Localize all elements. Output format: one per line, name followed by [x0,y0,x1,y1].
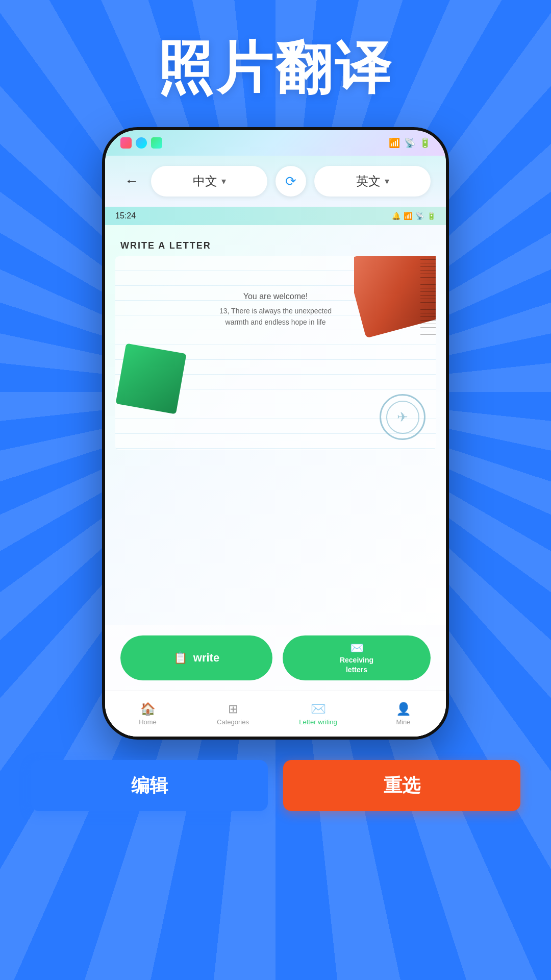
phone-mockup: 📶 📡 🔋 ← 中文 ▾ ⟳ 英文 ▾ 15:24 [102,127,449,740]
bottom-nav: 🏠 Home ⊞ Categories ✉️ Letter writing 👤 … [105,691,446,737]
deco-green-shape [115,343,186,414]
nav-item-categories[interactable]: ⊞ Categories [190,691,276,737]
inner-time: 15:24 [115,211,136,220]
letter-body: 13, There is always the unexpected warmt… [209,305,342,328]
nav-mine-label: Mine [396,718,410,726]
letter-writing-icon: ✉️ [311,702,326,716]
reselect-button[interactable]: 重选 [283,760,520,811]
source-lang-chevron-icon: ▾ [221,176,226,187]
categories-icon: ⊞ [228,702,238,716]
write-button-label: write [193,651,219,665]
battery-icon: 🔋 [419,137,431,149]
nav-home-label: Home [139,718,157,726]
inner-statusbar: 15:24 🔔 📶 📡 🔋 [105,207,446,225]
home-icon: 🏠 [140,702,156,716]
action-buttons: 📋 write ✉️ Receiving letters [105,625,446,691]
inner-wifi-icon: 📶 [404,212,412,220]
stamp-plane-icon: ✈ [386,401,419,434]
app-icon-2 [136,137,147,149]
letter-title: WRITE A LETTER [120,240,446,251]
source-lang-label: 中文 [193,173,217,189]
nav-item-home[interactable]: 🏠 Home [105,691,190,737]
receive-button-label-line1: Receiving [340,656,373,665]
source-language-button[interactable]: 中文 ▾ [151,166,267,197]
letter-area: WRITE A LETTER You are welcome! 13, Ther… [105,225,446,625]
receive-letters-button[interactable]: ✉️ Receiving letters [283,635,431,680]
page-content: 照片翻译 📶 📡 🔋 ← 中文 ▾ ⟳ [0,0,551,980]
inner-signal-icon: 📡 [415,212,424,220]
nav-letter-writing-label: Letter writing [299,718,337,726]
signal-icon: 📡 [404,137,415,149]
receive-button-icon: ✉️ [350,642,364,655]
app-icon-3 [151,137,162,149]
page-title: 照片翻译 [157,31,394,107]
mine-icon: 👤 [396,702,411,716]
letter-text-content: You are welcome! 13, There is always the… [126,266,425,328]
inner-battery-icon: 🔋 [427,212,436,220]
nav-categories-label: Categories [217,718,249,726]
deco-stamp: ✈ [380,394,425,440]
statusbar-left-icons [120,137,162,149]
bottom-action-buttons: 编辑 重选 [0,740,551,837]
target-language-button[interactable]: 英文 ▾ [314,166,431,197]
write-button-icon: 📋 [173,651,187,665]
deco-green-corner [120,348,182,409]
letter-paper: You are welcome! 13, There is always the… [115,256,436,450]
target-lang-label: 英文 [356,173,381,189]
inner-status-icons: 🔔 📶 📡 🔋 [392,212,436,220]
statusbar-right-icons: 📶 📡 🔋 [389,137,431,149]
wifi-icon: 📶 [389,137,400,149]
letter-greeting: You are welcome! [126,292,425,301]
app-icon-1 [120,137,132,149]
inner-notification-icon: 🔔 [392,212,400,220]
nav-item-mine[interactable]: 👤 Mine [361,691,446,737]
nav-item-letter-writing[interactable]: ✉️ Letter writing [276,691,361,737]
target-lang-chevron-icon: ▾ [385,176,389,187]
phone-screen: 15:24 🔔 📶 📡 🔋 WRITE A LETTER [105,207,446,737]
swap-icon: ⟳ [285,174,296,189]
receive-button-label-line2: letters [346,666,367,674]
write-button[interactable]: 📋 write [120,635,272,680]
outer-statusbar: 📶 📡 🔋 [105,130,446,156]
swap-language-button[interactable]: ⟳ [276,166,306,197]
back-button[interactable]: ← [120,170,143,192]
translation-bar: ← 中文 ▾ ⟳ 英文 ▾ [105,156,446,207]
edit-button[interactable]: 编辑 [31,760,268,811]
